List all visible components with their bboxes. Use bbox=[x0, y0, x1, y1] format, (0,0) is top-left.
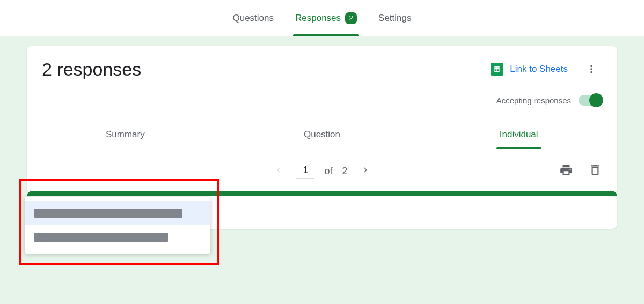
dropdown-item[interactable] bbox=[25, 225, 210, 249]
sheets-icon bbox=[491, 63, 503, 76]
print-button[interactable] bbox=[559, 163, 573, 179]
prev-response-button[interactable] bbox=[270, 162, 287, 180]
card-header: 2 responses Link to Sheets bbox=[27, 46, 617, 84]
sub-tab-label: Individual bbox=[500, 129, 538, 139]
sub-tab-label: Summary bbox=[106, 129, 145, 139]
responses-count-badge: 2 bbox=[345, 12, 357, 24]
accepting-toggle[interactable] bbox=[579, 95, 602, 106]
tab-label: Settings bbox=[378, 13, 411, 24]
tab-settings[interactable]: Settings bbox=[376, 0, 413, 36]
pager: 1 of 2 bbox=[270, 162, 373, 180]
dropdown-item[interactable] bbox=[25, 201, 210, 225]
accepting-row: Accepting responses bbox=[27, 84, 617, 121]
sub-tab-label: Question bbox=[304, 129, 340, 139]
top-tabs-bar: Questions Responses 2 Settings bbox=[0, 0, 644, 36]
current-response-number[interactable]: 1 bbox=[296, 164, 314, 179]
responses-title: 2 responses bbox=[42, 59, 141, 80]
accent-bar bbox=[27, 191, 617, 196]
total-responses: 2 bbox=[342, 166, 348, 177]
pager-row: 1 of 2 bbox=[27, 149, 617, 194]
link-sheets-label: Link to Sheets bbox=[510, 64, 568, 75]
chevron-right-icon bbox=[361, 165, 370, 175]
response-selector-dropdown[interactable] bbox=[25, 197, 210, 254]
tab-label: Questions bbox=[232, 13, 274, 24]
accepting-label: Accepting responses bbox=[496, 96, 571, 105]
link-to-sheets-button[interactable]: Link to Sheets bbox=[491, 63, 568, 76]
redacted-text bbox=[34, 209, 182, 218]
sub-tab-summary[interactable]: Summary bbox=[27, 121, 224, 149]
next-response-button[interactable] bbox=[357, 162, 374, 180]
delete-button[interactable] bbox=[588, 163, 602, 179]
responses-card: 2 responses Link to Sheets Accepting res… bbox=[27, 46, 617, 194]
chevron-left-icon bbox=[274, 165, 283, 175]
more-vert-icon bbox=[586, 63, 597, 75]
pager-separator: of bbox=[324, 166, 332, 177]
sub-tabs: Summary Question Individual bbox=[27, 121, 617, 149]
tab-questions[interactable]: Questions bbox=[230, 0, 276, 36]
header-actions: Link to Sheets bbox=[491, 58, 602, 80]
sub-tab-question[interactable]: Question bbox=[224, 121, 421, 149]
more-options-button[interactable] bbox=[581, 58, 602, 80]
redacted-text bbox=[34, 233, 168, 242]
canvas-area: 2 responses Link to Sheets Accepting res… bbox=[0, 36, 644, 304]
tab-responses[interactable]: Responses 2 bbox=[293, 0, 359, 36]
print-icon bbox=[559, 163, 573, 177]
tab-label: Responses bbox=[295, 13, 341, 24]
sub-tab-individual[interactable]: Individual bbox=[420, 121, 617, 149]
trash-icon bbox=[588, 163, 602, 177]
